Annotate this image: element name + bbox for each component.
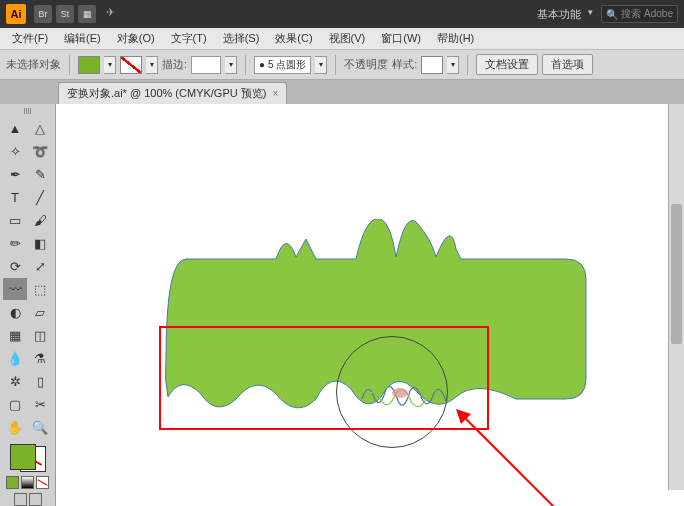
menu-select[interactable]: 选择(S)	[215, 29, 268, 48]
document-setup-button[interactable]: 文档设置	[476, 54, 538, 75]
ai-logo: Ai	[6, 4, 26, 24]
fill-swatch[interactable]	[78, 56, 100, 74]
direct-selection-tool[interactable]: △	[28, 117, 52, 139]
svg-line-1	[461, 414, 561, 506]
color-mode-swatches[interactable]	[6, 476, 49, 489]
menu-help[interactable]: 帮助(H)	[429, 29, 482, 48]
gradient-tool[interactable]: ◫	[28, 324, 52, 346]
close-icon[interactable]: ×	[272, 88, 278, 99]
preferences-button[interactable]: 首选项	[542, 54, 593, 75]
rotate-tool[interactable]: ⟳	[3, 255, 27, 277]
panel-grip[interactable]	[13, 108, 43, 114]
vertical-scrollbar[interactable]	[668, 104, 684, 490]
menu-type[interactable]: 文字(T)	[163, 29, 215, 48]
style-swatch[interactable]	[421, 56, 443, 74]
opacity-label: 不透明度	[344, 57, 388, 72]
scale-tool[interactable]: ⤢	[28, 255, 52, 277]
shape-builder-tool[interactable]: ◐	[3, 301, 27, 323]
arrange-icon[interactable]: ▦	[78, 5, 96, 23]
slice-tool[interactable]: ✂	[28, 393, 52, 415]
column-graph-tool[interactable]: ▯	[28, 370, 52, 392]
stroke-weight-field[interactable]	[191, 56, 221, 74]
menu-window[interactable]: 窗口(W)	[373, 29, 429, 48]
style-label: 样式:	[392, 57, 417, 72]
line-tool[interactable]: ╱	[28, 186, 52, 208]
fill-stroke-control[interactable]	[6, 442, 50, 474]
menu-effect[interactable]: 效果(C)	[267, 29, 320, 48]
brush-field[interactable]: ● 5 点圆形	[254, 56, 311, 74]
scrollbar-thumb[interactable]	[671, 204, 682, 344]
pen-tool[interactable]: ✒	[3, 163, 27, 185]
brush-dd[interactable]: ▾	[315, 56, 327, 74]
zoom-tool[interactable]: 🔍	[28, 416, 52, 438]
blend-tool[interactable]: ⚗	[28, 347, 52, 369]
app-titlebar: Ai Br St ▦ ✈ 基本功能 🔍 搜索 Adobe	[0, 0, 684, 28]
pencil-tool[interactable]: ✏	[3, 232, 27, 254]
menu-bar: 文件(F) 编辑(E) 对象(O) 文字(T) 选择(S) 效果(C) 视图(V…	[0, 28, 684, 50]
fill-dropdown[interactable]: ▾	[104, 56, 116, 74]
symbol-sprayer-tool[interactable]: ✲	[3, 370, 27, 392]
perspective-tool[interactable]: ▱	[28, 301, 52, 323]
stroke-weight-dd[interactable]: ▾	[225, 56, 237, 74]
bridge-icon[interactable]: Br	[34, 5, 52, 23]
search-input[interactable]: 🔍 搜索 Adobe	[601, 5, 678, 23]
document-tabs: 变换对象.ai* @ 100% (CMYK/GPU 预览) ×	[0, 80, 684, 104]
free-transform-tool[interactable]: ⬚	[28, 278, 52, 300]
stroke-label: 描边:	[162, 57, 187, 72]
type-tool[interactable]: T	[3, 186, 27, 208]
curvature-tool[interactable]: ✎	[28, 163, 52, 185]
eraser-tool[interactable]: ◧	[28, 232, 52, 254]
magic-wand-tool[interactable]: ✧	[3, 140, 27, 162]
canvas[interactable]	[56, 104, 684, 506]
menu-file[interactable]: 文件(F)	[4, 29, 56, 48]
style-dd[interactable]: ▾	[447, 56, 459, 74]
stroke-swatch[interactable]	[120, 56, 142, 74]
eyedropper-tool[interactable]: 💧	[3, 347, 27, 369]
fill-color-icon[interactable]	[10, 444, 36, 470]
rectangle-tool[interactable]: ▭	[3, 209, 27, 231]
stock-icon[interactable]: St	[56, 5, 74, 23]
width-tool[interactable]: 〰	[3, 278, 27, 300]
artboard-tool[interactable]: ▢	[3, 393, 27, 415]
arrow-annotation	[451, 404, 571, 506]
menu-object[interactable]: 对象(O)	[109, 29, 163, 48]
menu-edit[interactable]: 编辑(E)	[56, 29, 109, 48]
document-tab[interactable]: 变换对象.ai* @ 100% (CMYK/GPU 预览) ×	[58, 82, 287, 104]
highlight-rectangle-annotation	[159, 326, 489, 430]
selection-status: 未选择对象	[6, 57, 61, 72]
menu-view[interactable]: 视图(V)	[321, 29, 374, 48]
control-bar: 未选择对象 ▾ ▾ 描边: ▾ ● 5 点圆形▾ 不透明度 样式: ▾ 文档设置…	[0, 50, 684, 80]
selection-tool[interactable]: ▲	[3, 117, 27, 139]
tools-panel: ▲ △ ✧ ➰ ✒ ✎ T ╱ ▭ 🖌 ✏ ◧ ⟳ ⤢ 〰 ⬚ ◐ ▱ ▦ ◫ …	[0, 104, 56, 506]
sync-icon[interactable]: ✈	[106, 6, 122, 22]
search-placeholder: 搜索 Adobe	[621, 7, 673, 21]
workspace-switcher[interactable]: 基本功能	[531, 5, 595, 24]
stroke-dropdown[interactable]: ▾	[146, 56, 158, 74]
paintbrush-tool[interactable]: 🖌	[28, 209, 52, 231]
hand-tool[interactable]: ✋	[3, 416, 27, 438]
screen-mode-icons[interactable]	[14, 493, 42, 506]
tab-title: 变换对象.ai* @ 100% (CMYK/GPU 预览)	[67, 86, 266, 101]
mesh-tool[interactable]: ▦	[3, 324, 27, 346]
lasso-tool[interactable]: ➰	[28, 140, 52, 162]
search-icon: 🔍	[606, 9, 618, 20]
